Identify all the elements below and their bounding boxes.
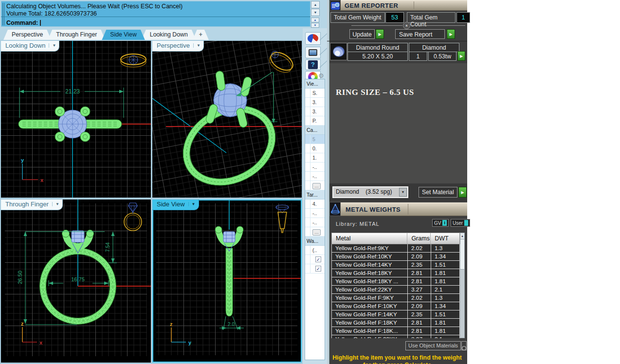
gem-row-run-button[interactable]: ▶ (457, 51, 465, 61)
gem-reporter-titlebar[interactable]: GEM REPORTER (341, 0, 467, 11)
property-row[interactable]: 3. (305, 107, 325, 116)
property-row[interactable]: -.. (305, 218, 325, 227)
ellipsis-button[interactable]: … (312, 183, 321, 189)
table-row[interactable]: Yellow Gold-Ref:18KY2.811.81 (332, 269, 460, 277)
save-report-run-button[interactable]: ▶ (447, 29, 455, 39)
property-row[interactable]: 3. (305, 98, 325, 107)
collapse-button[interactable]: ▲ (403, 22, 410, 29)
through-finger-canvas[interactable]: 16.75 26.50 7.54 z x (1, 200, 151, 363)
tab-perspective[interactable]: Perspective (3, 30, 51, 40)
table-row[interactable]: Yellow Gold-Ref F:9KY2.021.3 (332, 294, 460, 302)
table-row[interactable]: Yellow Gold-Ref:22KY3.272.1 (332, 286, 460, 294)
use-object-materials-indicator[interactable] (461, 341, 467, 350)
viewport-label-looking-down[interactable]: Looking Down ▼ (1, 41, 59, 52)
display-mode-tab[interactable] (305, 32, 321, 45)
section-header-camera: Ca... (305, 126, 325, 135)
table-row[interactable]: Yellow Gold-Ref:10KY2.091.34 (332, 253, 460, 261)
viewport-side-view[interactable]: 2.0 z y Side View ▼ (152, 200, 302, 363)
help-tab[interactable]: ? (305, 59, 321, 70)
col-metal[interactable]: Metal (332, 233, 407, 244)
update-button[interactable]: Update (349, 29, 375, 39)
application-window: Calculating Object Volumes... Please Wai… (0, 0, 467, 364)
property-row[interactable]: 1. (305, 153, 325, 163)
scroll-down-icon[interactable]: ▼ (311, 9, 320, 16)
help-icon: ? (308, 60, 318, 69)
viewport-label-side-view[interactable]: Side View ▼ (152, 200, 199, 210)
use-object-materials-box[interactable]: Use Object Materials (405, 341, 461, 350)
chevron-down-icon[interactable]: ▼ (188, 202, 196, 206)
metal-table-header[interactable]: Metal Grams DWT (331, 233, 460, 244)
spinner-down-icon[interactable]: ▼ (311, 23, 319, 28)
tab-looking-down[interactable]: Looking Down (142, 30, 196, 40)
tab-side-view[interactable]: Side View (102, 30, 145, 40)
panel-grip[interactable] (2, 3, 4, 25)
table-row[interactable]: Yellow Gold-Ref:18KY ...2.811.81 (332, 277, 460, 286)
table-scrollbar[interactable]: ▲ (460, 233, 465, 338)
property-row[interactable]: S. (305, 89, 325, 98)
table-row[interactable]: Yellow Gold-Ref F:10KY2.091.34 (332, 302, 460, 310)
property-row[interactable]: -.. (305, 209, 325, 218)
set-material-run-button[interactable]: ▶ (458, 187, 467, 198)
report-body: RING SIZE – 6.5 US (329, 63, 467, 183)
scroll-up-icon[interactable]: ▲ (311, 1, 320, 8)
table-row[interactable]: Yellow Gold-Ref F:22KY3.272.1 (332, 335, 460, 338)
property-row[interactable]: (.. (305, 246, 325, 255)
table-row[interactable]: Yellow Gold-Ref:14KY2.351.51 (332, 261, 460, 269)
scroll-up-icon[interactable]: ▲ (460, 233, 464, 239)
perspective-canvas[interactable] (152, 41, 302, 198)
command-scrollbar[interactable]: ▲ ▼ (311, 1, 320, 17)
metal-weights-titlebar[interactable]: METAL WEIGHTS (341, 202, 467, 216)
col-grams[interactable]: Grams (407, 233, 431, 244)
col-dwt[interactable]: DWT (431, 233, 459, 244)
property-row[interactable]: 4. (305, 200, 325, 209)
diamond-image (333, 46, 345, 57)
checkbox-checked[interactable]: ✓ (315, 266, 321, 272)
chevron-down-icon[interactable]: ▼ (193, 43, 201, 48)
chevron-down-icon[interactable]: ▼ (49, 43, 56, 48)
property-row[interactable]: 0. (305, 144, 325, 153)
tab-through-finger[interactable]: Through Finger (48, 30, 105, 40)
add-viewport-tab[interactable]: + (193, 30, 209, 40)
property-row[interactable]: … (305, 181, 325, 190)
separator (351, 25, 402, 26)
property-row[interactable]: P. (305, 116, 325, 126)
viewport-looking-down[interactable]: 21.23 (1, 41, 151, 198)
table-row[interactable]: Yellow Gold-Ref:9KY2.021.3 (332, 244, 460, 253)
ellipsis-button[interactable]: … (312, 229, 321, 236)
gv-toggle[interactable]: GVI (432, 219, 449, 227)
viewport-through-finger[interactable]: 16.75 26.50 7.54 z x Throug (1, 200, 151, 363)
table-row[interactable]: Yellow Gold-Ref F:14KY2.351.51 (332, 310, 460, 319)
side-view-canvas[interactable]: 2.0 z y (152, 200, 302, 363)
material-dropdown[interactable]: Diamond (3.52 spg) (332, 186, 408, 198)
viewport-label-through-finger[interactable]: Through Finger ▼ (1, 200, 63, 210)
set-material-button[interactable]: Set Material (419, 187, 457, 198)
property-row[interactable]: -.. (305, 172, 325, 181)
table-row[interactable]: Yellow Gold-Ref F:18KY2.811.81 (332, 319, 460, 327)
property-row[interactable]: ✓ (305, 255, 325, 264)
dim-shank-width-label: 2.0 (228, 322, 235, 327)
save-report-button[interactable]: Save Report (395, 29, 445, 39)
property-row-selected[interactable]: 5 (305, 135, 325, 144)
checkbox-checked[interactable]: ✓ (315, 256, 321, 262)
property-row[interactable]: -.. (305, 163, 325, 172)
property-row[interactable]: … (305, 227, 325, 237)
gem-thumbnail[interactable] (330, 43, 347, 60)
spinner-up-icon[interactable]: ▲ (311, 18, 319, 22)
gem-side-view[interactable] (223, 232, 235, 242)
table-row[interactable]: Yellow Gold-Ref F:18K...2.811.81 (332, 327, 460, 335)
dropdown-arrow-icon[interactable]: ▼ (399, 188, 407, 197)
gv-indicator: I (442, 220, 447, 226)
viewport-perspective[interactable]: Perspective ▼ (152, 41, 302, 198)
property-row[interactable]: ✓ (305, 264, 325, 273)
command-history-panel[interactable]: Calculating Object Volumes... Please Wai… (1, 1, 310, 27)
display-tab[interactable] (305, 47, 321, 58)
axis-z-label: z (170, 321, 173, 327)
scroll-thumb[interactable] (460, 239, 464, 270)
chevron-down-icon[interactable]: ▼ (52, 202, 59, 206)
viewport-grid: 21.23 (0, 40, 303, 364)
command-spinner[interactable]: ▲ ▼ (311, 18, 319, 28)
user-toggle[interactable]: User (451, 219, 470, 227)
looking-down-canvas[interactable]: 21.23 (1, 41, 151, 198)
update-run-button[interactable]: ▶ (376, 29, 384, 39)
viewport-label-perspective[interactable]: Perspective ▼ (152, 41, 204, 52)
